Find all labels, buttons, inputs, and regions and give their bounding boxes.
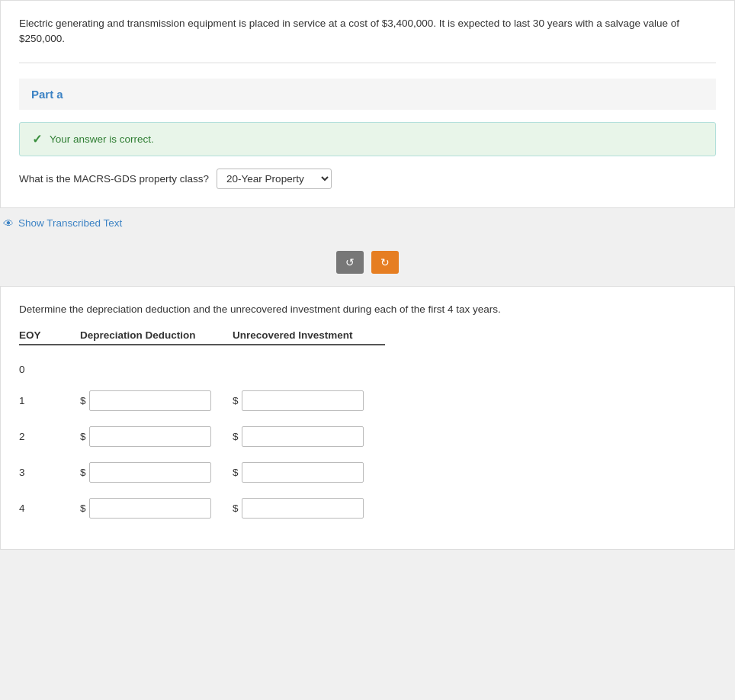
redo-button[interactable]: ↻ (371, 251, 399, 274)
eye-icon: 👁 (3, 217, 14, 230)
dep-cell-2: $ (80, 426, 233, 447)
table-row: 4 $ $ (19, 490, 716, 526)
dep-cell-4: $ (80, 498, 233, 519)
dollar-sign: $ (233, 395, 239, 406)
table-row: 3 $ $ (19, 454, 716, 490)
divider (19, 63, 716, 63)
button-row: ↺ ↻ (0, 239, 735, 286)
table-row: 2 $ $ (19, 419, 716, 454)
top-card: Electric generating and transmission equ… (0, 0, 735, 208)
table-header: EOY Depreciation Deduction Unrecovered I… (19, 329, 716, 350)
part-label: Part a (19, 79, 716, 110)
table-row: 0 (19, 356, 716, 383)
eoy-4: 4 (19, 503, 80, 514)
bottom-card: Determine the depreciation deduction and… (0, 286, 735, 550)
eoy-2: 2 (19, 431, 80, 442)
question-text: Determine the depreciation deduction and… (19, 302, 716, 317)
dep-input-2[interactable] (89, 426, 211, 447)
dollar-sign: $ (233, 467, 239, 478)
page-wrapper: Electric generating and transmission equ… (0, 0, 735, 700)
unrec-cell-1: $ (233, 390, 385, 411)
undo-button[interactable]: ↺ (336, 251, 364, 274)
dep-input-3[interactable] (89, 462, 211, 483)
macrs-question: What is the MACRS-GDS property class? (19, 173, 209, 185)
problem-statement: Electric generating and transmission equ… (19, 16, 716, 47)
table-row: 1 $ $ (19, 383, 716, 419)
dollar-sign: $ (80, 467, 86, 478)
show-transcribed-link[interactable]: 👁 Show Transcribed Text (0, 208, 735, 239)
dep-cell-1: $ (80, 390, 233, 411)
unrec-input-1[interactable] (242, 390, 364, 411)
unrec-cell-3: $ (233, 462, 385, 483)
unrec-cell-2: $ (233, 426, 385, 447)
dollar-sign: $ (80, 431, 86, 442)
dollar-sign: $ (80, 503, 86, 514)
dep-input-4[interactable] (89, 498, 211, 519)
macrs-select[interactable]: 20-Year Property 5-Year Property 7-Year … (217, 169, 332, 189)
unrec-input-4[interactable] (242, 498, 364, 519)
col-depreciation: Depreciation Deduction (80, 329, 233, 345)
col-eoy: EOY (19, 329, 80, 345)
correct-text: Your answer is correct. (50, 133, 154, 145)
dep-input-1[interactable] (89, 390, 211, 411)
eoy-3: 3 (19, 467, 80, 478)
unrec-input-3[interactable] (242, 462, 364, 483)
correct-banner: ✓ Your answer is correct. (19, 122, 716, 156)
checkmark-icon: ✓ (32, 132, 42, 146)
unrec-cell-4: $ (233, 498, 385, 519)
dollar-sign: $ (233, 431, 239, 442)
unrec-input-2[interactable] (242, 426, 364, 447)
dollar-sign: $ (80, 395, 86, 406)
transcribed-text-label: Show Transcribed Text (18, 217, 122, 229)
eoy-0: 0 (19, 364, 80, 375)
dep-cell-3: $ (80, 462, 233, 483)
macrs-row: What is the MACRS-GDS property class? 20… (19, 169, 716, 189)
dollar-sign: $ (233, 503, 239, 514)
col-unrecovered: Unrecovered Investment (233, 329, 385, 345)
eoy-1: 1 (19, 395, 80, 406)
